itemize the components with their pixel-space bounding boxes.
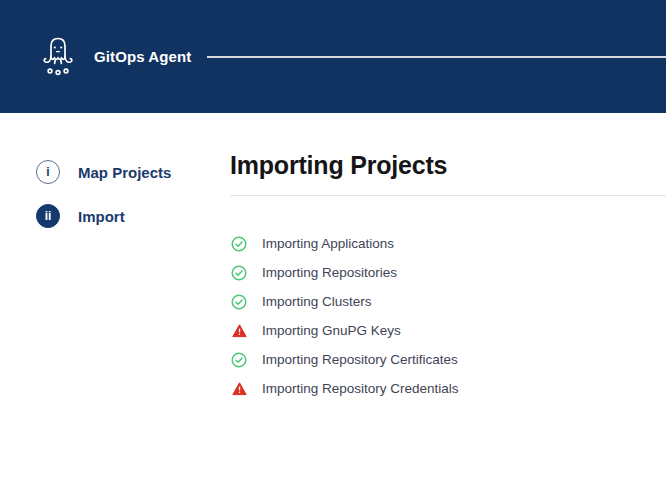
check-circle-icon (231, 352, 247, 368)
task-label: Importing Repository Credentials (262, 381, 459, 396)
task-row: Importing Clusters (230, 287, 666, 316)
task-label: Importing Repositories (262, 265, 397, 280)
check-circle-icon (231, 265, 247, 281)
page-title: Importing Projects (230, 150, 666, 180)
step-import[interactable]: ii Import (36, 204, 216, 228)
header-rule (207, 56, 666, 58)
check-circle-icon (231, 236, 247, 252)
step-number-icon: i (36, 160, 60, 184)
warning-triangle-icon (232, 324, 247, 338)
brand-title: GitOps Agent (94, 48, 191, 65)
task-row: Importing Applications (230, 229, 666, 258)
main-panel: Importing Projects Importing Application… (230, 150, 666, 403)
app-header: GitOps Agent (0, 0, 666, 113)
task-label: Importing Repository Certificates (262, 352, 458, 367)
task-row: Importing Repository Certificates (230, 345, 666, 374)
step-label: Import (78, 208, 125, 225)
task-row: Importing GnuPG Keys (230, 316, 666, 345)
task-row: Importing Repositories (230, 258, 666, 287)
title-divider (230, 195, 666, 196)
step-number-icon: ii (36, 204, 60, 228)
task-row: Importing Repository Credentials (230, 374, 666, 403)
argo-octopus-icon (40, 35, 76, 77)
import-task-list: Importing Applications Importing Reposit… (230, 229, 666, 403)
wizard-stepper: i Map Projects ii Import (36, 160, 216, 248)
task-label: Importing GnuPG Keys (262, 323, 401, 338)
step-map-projects[interactable]: i Map Projects (36, 160, 216, 184)
task-label: Importing Applications (262, 236, 394, 251)
check-circle-icon (231, 294, 247, 310)
screen: GitOps Agent i Map Projects ii Import Im… (0, 0, 666, 483)
task-label: Importing Clusters (262, 294, 372, 309)
step-label: Map Projects (78, 164, 171, 181)
warning-triangle-icon (232, 382, 247, 396)
